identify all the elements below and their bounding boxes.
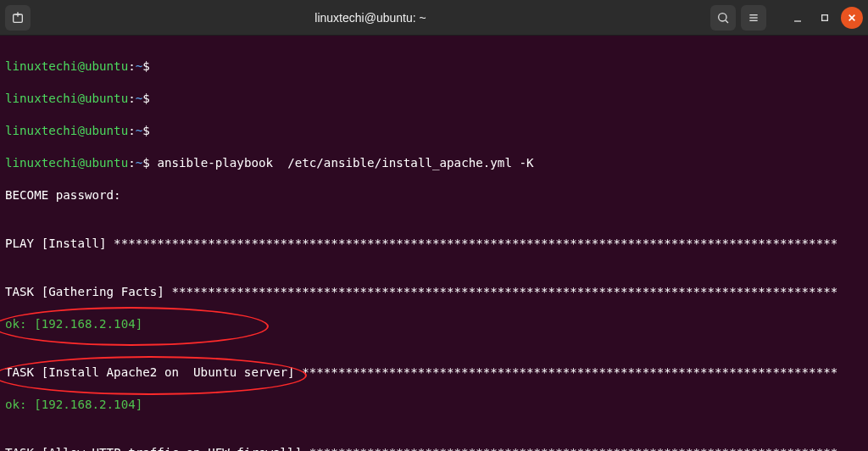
- window-titlebar: linuxtechi@ubuntu: ~: [0, 0, 868, 36]
- task-header: TASK [Install Apache2 on Ubuntu server] …: [5, 365, 863, 381]
- svg-rect-9: [822, 14, 828, 20]
- prompt-user: linuxtechi@ubuntu: [5, 59, 128, 73]
- svg-point-3: [719, 13, 726, 20]
- prompt-line: linuxtechi@ubuntu:~$: [5, 58, 863, 75]
- terminal-output[interactable]: linuxtechi@ubuntu:~$ linuxtechi@ubuntu:~…: [0, 36, 868, 451]
- maximize-button[interactable]: [814, 7, 836, 29]
- ok-status: ok: [192.168.2.104]: [5, 316, 863, 332]
- command-line: linuxtechi@ubuntu:~$ ansible-playbook /e…: [5, 155, 863, 171]
- minimize-button[interactable]: [787, 7, 809, 29]
- window-title: linuxtechi@ubuntu: ~: [31, 11, 710, 25]
- new-tab-button[interactable]: [5, 5, 31, 31]
- close-button[interactable]: [841, 7, 863, 29]
- svg-line-4: [726, 20, 728, 23]
- command-text: ansible-playbook /etc/ansible/install_ap…: [150, 156, 534, 170]
- play-header: PLAY [Install] *************************…: [5, 236, 863, 252]
- prompt-line: linuxtechi@ubuntu:~$: [5, 91, 863, 107]
- task-header: TASK [Gathering Facts] *****************…: [5, 284, 863, 300]
- search-button[interactable]: [710, 5, 736, 31]
- hamburger-menu-button[interactable]: [741, 5, 766, 31]
- become-password-line: BECOME password:: [5, 187, 863, 203]
- ok-status: ok: [192.168.2.104]: [5, 397, 863, 413]
- prompt-line: linuxtechi@ubuntu:~$: [5, 123, 863, 139]
- task-header: TASK [Allow HTTP traffic on UFW firewall…: [5, 445, 863, 451]
